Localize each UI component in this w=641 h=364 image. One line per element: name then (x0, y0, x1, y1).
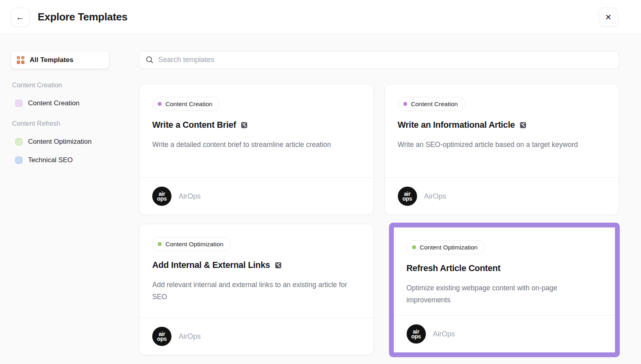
search-input[interactable] (158, 56, 612, 64)
template-description: Write a detailed content brief to stream… (152, 139, 353, 151)
page-title: Explore Templates (38, 11, 127, 23)
close-icon: ✕ (605, 12, 612, 22)
sidebar-group-header: Content Refresh (12, 120, 109, 127)
card-body: Content Creation Write a Content Brief W… (139, 84, 373, 177)
category-chip-icon (15, 100, 22, 107)
sidebar-item[interactable]: Technical SEO (15, 156, 109, 164)
sidebar-item-all-templates[interactable]: All Templates (10, 51, 109, 69)
category-badge-label: Content Creation (165, 101, 212, 108)
all-templates-label: All Templates (30, 56, 73, 64)
grid-icon (17, 56, 24, 64)
category-badge-label: Content Optimization (165, 241, 224, 248)
sidebar-item[interactable]: Content Creation (15, 99, 109, 107)
search-icon (146, 56, 153, 64)
card-footer: airops AirOps (385, 177, 619, 215)
template-description: Optimize existing webpage content with o… (407, 282, 603, 306)
sidebar-group: Content Refresh Content Optimization Tec… (10, 120, 109, 164)
external-link-icon[interactable] (275, 262, 281, 268)
content-area: All Templates Content Creation Content C… (0, 34, 641, 355)
card-footer: airops AirOps (139, 318, 373, 355)
template-grid: Content Creation Write a Content Brief W… (139, 84, 619, 355)
close-button[interactable]: ✕ (599, 8, 618, 27)
category-dot-icon (158, 102, 161, 106)
card-body: Content Creation Write an Informational … (385, 84, 619, 177)
template-title: Write a Content Brief (152, 120, 236, 130)
template-card[interactable]: Content Creation Write an Informational … (385, 84, 619, 215)
sidebar-group-header: Content Creation (12, 81, 109, 89)
airops-logo: airops (398, 187, 417, 206)
airops-logo: airops (152, 187, 171, 206)
category-sidebar: All Templates Content Creation Content C… (10, 51, 109, 355)
external-link-icon[interactable] (241, 122, 247, 128)
template-title: Write an Informational Article (398, 120, 515, 130)
template-title: Refresh Article Content (407, 263, 501, 274)
sidebar-group: Content Creation Content Creation (10, 81, 109, 107)
category-badge: Content Optimization (407, 240, 485, 254)
arrow-left-icon: ← (16, 12, 25, 22)
card-footer: airops AirOps (394, 315, 615, 352)
category-chip-icon (15, 138, 22, 145)
sidebar-item-label: Technical SEO (28, 156, 73, 164)
category-badge: Content Creation (398, 97, 465, 111)
airops-logo: airops (407, 324, 426, 344)
sidebar-groups: Content Creation Content Creation Conten… (10, 81, 109, 164)
modal-header: ← Explore Templates ✕ (0, 0, 641, 34)
category-badge-label: Content Optimization (420, 244, 478, 251)
category-dot-icon (158, 242, 161, 246)
category-badge: Content Creation (152, 97, 220, 111)
sidebar-item[interactable]: Content Optimization (15, 138, 109, 146)
template-card[interactable]: Content Creation Write a Content Brief W… (139, 84, 374, 215)
template-author: AirOps (433, 330, 455, 338)
category-chip-icon (15, 157, 22, 164)
card-body: Content Optimization Add Internal & Exte… (139, 224, 373, 318)
back-button[interactable]: ← (10, 8, 30, 27)
template-description: Add relevant internal and external links… (152, 279, 353, 303)
template-author: AirOps (424, 192, 446, 201)
template-description: Write an SEO-optimized article based on … (398, 139, 598, 151)
sidebar-item-label: Content Creation (28, 99, 80, 107)
search-bar[interactable] (139, 51, 619, 69)
category-badge-label: Content Creation (411, 101, 458, 108)
template-title: Add Internal & External Links (152, 260, 270, 270)
template-author: AirOps (179, 332, 201, 341)
airops-logo: airops (152, 327, 171, 346)
card-footer: airops AirOps (139, 177, 373, 215)
template-card[interactable]: Content Optimization Add Internal & Exte… (139, 224, 374, 355)
category-dot-icon (403, 102, 407, 106)
templates-main: Content Creation Write a Content Brief W… (139, 51, 619, 355)
category-badge: Content Optimization (152, 237, 231, 251)
card-body: Content Optimization Refresh Article Con… (394, 227, 615, 315)
external-link-icon[interactable] (520, 122, 526, 128)
sidebar-item-label: Content Optimization (28, 138, 92, 146)
template-card[interactable]: Content Optimization Refresh Article Con… (389, 223, 620, 357)
template-author: AirOps (179, 192, 201, 201)
category-dot-icon (412, 245, 416, 249)
